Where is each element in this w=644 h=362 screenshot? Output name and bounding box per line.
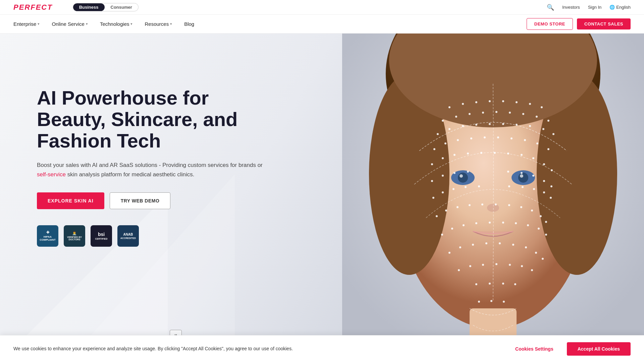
svg-point-34	[475, 124, 477, 126]
investors-link[interactable]: Investors	[562, 5, 580, 10]
svg-point-38	[529, 125, 531, 127]
hero-desc-link[interactable]: self-service	[37, 171, 66, 178]
svg-point-71	[432, 197, 434, 199]
svg-point-74	[465, 186, 467, 188]
svg-point-60	[543, 163, 545, 165]
svg-point-69	[543, 180, 545, 182]
nav-online-service[interactable]: Online Service ▾	[52, 21, 88, 27]
demo-store-button[interactable]: DEMO STORE	[527, 18, 573, 30]
svg-point-116	[521, 265, 523, 267]
badge-anab: ANAB ACCREDITED	[117, 225, 139, 247]
svg-point-73	[452, 188, 454, 190]
svg-point-12	[487, 204, 499, 212]
svg-point-44	[470, 137, 472, 139]
svg-point-81	[436, 215, 438, 217]
nav-enterprise[interactable]: Enterprise ▾	[13, 21, 40, 27]
svg-point-65	[467, 171, 469, 173]
svg-point-120	[502, 283, 504, 285]
svg-point-93	[451, 228, 453, 230]
svg-point-19	[516, 101, 518, 103]
svg-point-45	[484, 136, 486, 138]
svg-point-121	[514, 283, 516, 285]
nav-resources-label: Resources	[145, 21, 169, 27]
svg-point-101	[545, 234, 547, 236]
nav-blog[interactable]: Blog	[184, 21, 194, 27]
accept-all-cookies-button[interactable]: Accept All Cookies	[567, 342, 631, 356]
svg-point-10	[460, 174, 463, 178]
top-bar: PERFECT Business Consumer 🔍 Investors Si…	[0, 0, 644, 15]
nav-resources[interactable]: Resources ▾	[145, 21, 172, 27]
svg-point-90	[540, 215, 542, 217]
chevron-down-icon: ▾	[86, 22, 88, 26]
svg-point-64	[453, 172, 455, 174]
svg-point-109	[535, 252, 537, 254]
svg-point-11	[520, 174, 523, 178]
nav-technologies[interactable]: Technologies ▾	[100, 21, 133, 27]
svg-point-114	[495, 263, 497, 265]
svg-point-56	[494, 152, 496, 154]
toggle-business[interactable]: Business	[73, 3, 105, 11]
svg-point-30	[547, 120, 549, 122]
svg-point-112	[469, 265, 471, 267]
svg-point-15	[462, 103, 464, 105]
svg-point-106	[499, 242, 501, 244]
cookies-settings-button[interactable]: Cookies Settings	[507, 342, 561, 356]
hero-buttons: EXPLORE SKIN AI TRY WEB DEMO	[37, 192, 265, 209]
cookie-buttons: Cookies Settings Accept All Cookies	[507, 342, 631, 356]
try-web-demo-button[interactable]: TRY WEB DEMO	[110, 192, 171, 209]
svg-point-22	[442, 120, 444, 122]
brand-logo[interactable]: PERFECT	[13, 3, 53, 12]
svg-point-72	[442, 191, 444, 193]
svg-point-76	[508, 185, 510, 187]
hero-title: AI Powerhouse for Beauty, Skincare, and …	[37, 87, 265, 151]
explore-skin-ai-button[interactable]: EXPLORE SKIN AI	[37, 192, 104, 209]
cookie-text: We use cookies to enhance your experienc…	[13, 345, 293, 352]
svg-point-117	[531, 269, 533, 271]
svg-point-110	[542, 258, 544, 260]
svg-point-36	[502, 123, 504, 125]
svg-point-42	[444, 142, 446, 144]
svg-point-14	[448, 106, 450, 108]
svg-point-91	[545, 221, 547, 223]
svg-point-43	[457, 139, 459, 141]
svg-point-77	[522, 186, 524, 188]
svg-point-95	[475, 222, 477, 224]
chevron-down-icon: ▾	[130, 22, 132, 26]
hero-desc-text: Boost your sales with AI and AR SaaS sol…	[37, 162, 263, 168]
svg-point-84	[469, 204, 471, 206]
nav-online-service-label: Online Service	[52, 21, 85, 27]
svg-point-104	[472, 244, 474, 246]
hero-content: AI Powerhouse for Beauty, Skincare, and …	[37, 87, 265, 247]
svg-point-119	[489, 283, 491, 285]
svg-point-46	[497, 136, 499, 138]
svg-point-40	[552, 133, 554, 135]
toggle-consumer[interactable]: Consumer	[105, 3, 138, 11]
svg-point-113	[482, 264, 484, 266]
language-label: English	[616, 5, 631, 10]
top-bar-right: 🔍 Investors Sign In 🌐 English	[547, 4, 631, 11]
svg-point-23	[455, 116, 457, 118]
chevron-down-icon: ▾	[38, 22, 40, 26]
badge-bsi: bsi CERTIFIED	[91, 225, 112, 247]
sign-in-link[interactable]: Sign In	[588, 5, 601, 10]
search-icon[interactable]: 🔍	[547, 4, 554, 11]
svg-point-26	[495, 111, 497, 113]
globe-icon: 🌐	[609, 5, 615, 10]
audience-toggle[interactable]: Business Consumer	[73, 3, 139, 11]
language-selector[interactable]: 🌐 English	[609, 5, 631, 10]
hero-description: Boost your sales with AI and AR SaaS sol…	[37, 161, 265, 179]
svg-point-27	[509, 112, 511, 114]
nav-enterprise-label: Enterprise	[13, 21, 36, 27]
svg-point-29	[536, 116, 538, 118]
hero-face-svg	[342, 34, 644, 362]
svg-point-8	[458, 173, 468, 183]
nav-technologies-label: Technologies	[100, 21, 129, 27]
svg-point-124	[503, 301, 505, 303]
nav-blog-label: Blog	[184, 21, 194, 27]
svg-point-17	[489, 100, 491, 102]
contact-sales-button[interactable]: CONTACT SALES	[577, 18, 631, 29]
svg-point-47	[511, 137, 513, 139]
svg-point-28	[522, 113, 524, 115]
svg-point-86	[495, 203, 497, 205]
nav-bar: Enterprise ▾ Online Service ▾ Technologi…	[0, 15, 644, 34]
